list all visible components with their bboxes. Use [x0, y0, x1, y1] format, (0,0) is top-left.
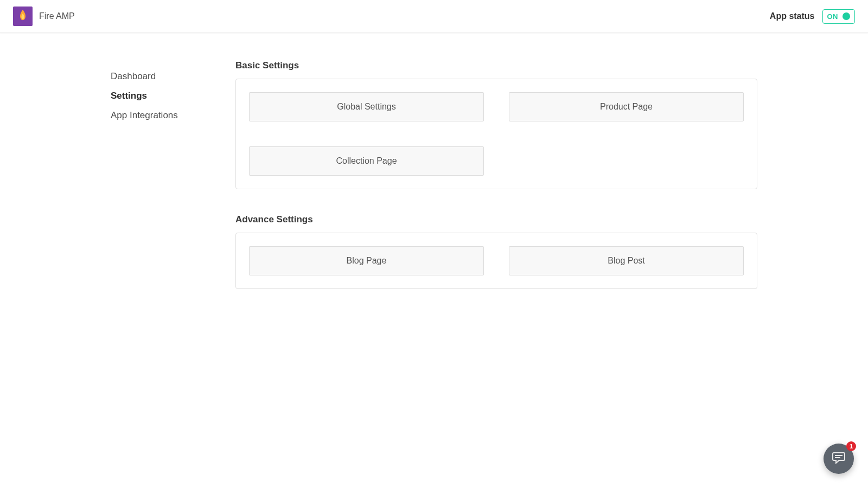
sidebar-item-app-integrations[interactable]: App Integrations — [111, 106, 222, 125]
app-name: Fire AMP — [39, 11, 75, 21]
global-settings-tile[interactable]: Global Settings — [249, 92, 484, 121]
app-logo — [13, 7, 33, 26]
header-left: Fire AMP — [13, 7, 75, 26]
blog-post-tile[interactable]: Blog Post — [509, 246, 744, 275]
sidebar-item-dashboard[interactable]: Dashboard — [111, 67, 222, 86]
basic-settings-title: Basic Settings — [235, 60, 757, 71]
status-indicator-icon — [843, 12, 850, 20]
app-status-toggle[interactable]: ON — [822, 9, 856, 24]
collection-page-tile[interactable]: Collection Page — [249, 146, 484, 176]
advance-settings-box: Blog Page Blog Post — [235, 233, 757, 289]
sidebar-nav: Dashboard Settings App Integrations — [98, 60, 222, 314]
blog-page-tile[interactable]: Blog Page — [249, 246, 484, 275]
flame-icon — [17, 9, 28, 24]
settings-content: Basic Settings Global Settings Product P… — [222, 60, 770, 314]
app-status-label: App status — [770, 11, 815, 21]
product-page-tile[interactable]: Product Page — [509, 92, 744, 121]
advance-settings-title: Advance Settings — [235, 214, 757, 225]
status-toggle-text: ON — [827, 12, 839, 21]
app-header: Fire AMP App status ON — [0, 0, 868, 33]
sidebar-item-settings[interactable]: Settings — [111, 86, 222, 106]
main-content: Dashboard Settings App Integrations Basi… — [98, 33, 770, 341]
basic-settings-box: Global Settings Product Page Collection … — [235, 79, 757, 189]
header-right: App status ON — [770, 9, 855, 24]
